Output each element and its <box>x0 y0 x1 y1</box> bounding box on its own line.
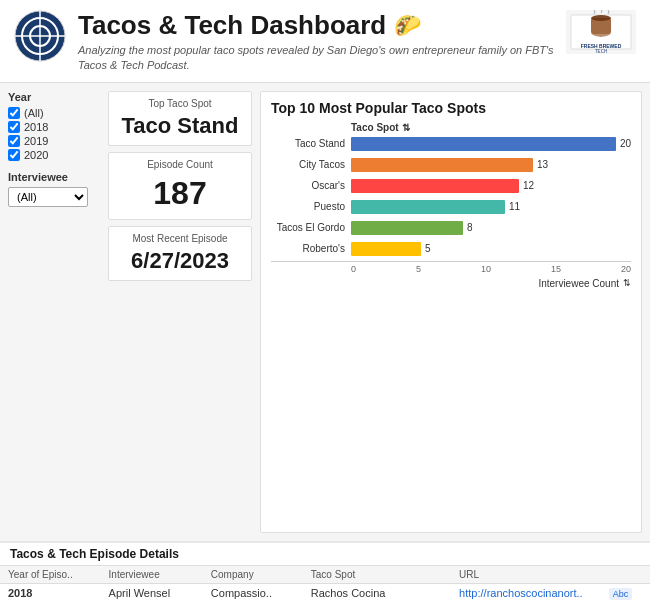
col-abc <box>601 566 650 584</box>
bar-label: Puesto <box>271 201 351 212</box>
svg-point-8 <box>591 15 611 21</box>
bar-fill[interactable] <box>351 137 616 151</box>
x-axis-5: 5 <box>416 264 421 274</box>
interviewee-select[interactable]: (All) <box>8 187 88 207</box>
header-subtitle: Analyzing the most popular taco spots re… <box>78 43 554 74</box>
bar-track: 5 <box>351 242 631 256</box>
cell-year: 2018 <box>0 583 101 600</box>
title-text: Tacos & Tech Dashboard <box>78 10 386 41</box>
episode-count-label: Episode Count <box>119 159 241 170</box>
bar-track: 12 <box>351 179 631 193</box>
cell-company: Compassio.. <box>203 583 303 600</box>
brand-logo-area: FRESH BREWED TECH <box>566 10 636 54</box>
abc-badge: Abc <box>609 588 633 600</box>
col-url: URL <box>451 566 601 584</box>
sidebar-filters: Year (All) 2018 2019 2020 Interviewee (A… <box>0 83 100 541</box>
top-spot-value: Taco Stand <box>119 113 241 139</box>
col-year: Year of Episo.. <box>0 566 101 584</box>
bar-track: 20 <box>351 137 631 151</box>
col-company: Company <box>203 566 303 584</box>
cell-taco-spot: Rachos Cocina <box>303 583 451 600</box>
bar-row: Puesto11 <box>271 198 631 216</box>
x-axis-sort-icon[interactable]: ⇅ <box>623 278 631 288</box>
header-title: Tacos & Tech Dashboard 🌮 <box>78 10 554 41</box>
stat-cards: Top Taco Spot Taco Stand Episode Count 1… <box>100 83 260 541</box>
year-all-label: (All) <box>24 107 44 119</box>
chart-title: Top 10 Most Popular Taco Spots <box>271 100 631 116</box>
cell-abc: Abc <box>601 583 650 600</box>
bar-count: 13 <box>537 159 548 170</box>
top-taco-spot-card: Top Taco Spot Taco Stand <box>108 91 252 146</box>
chart-footer: Interviewee Count ⇅ <box>271 278 631 289</box>
bar-fill[interactable] <box>351 179 519 193</box>
bar-row: Roberto's5 <box>271 240 631 258</box>
col-taco-spot: Taco Spot <box>303 566 451 584</box>
recent-episode-card: Most Recent Episode 6/27/2023 <box>108 226 252 281</box>
app-logo <box>14 10 66 62</box>
taco-emoji: 🌮 <box>394 13 421 39</box>
episode-count-card: Episode Count 187 <box>108 152 252 219</box>
year-filter-2020[interactable]: 2020 <box>8 149 92 161</box>
episode-table: Year of Episo.. Interviewee Company Taco… <box>0 566 650 600</box>
svg-text:TECH: TECH <box>595 49 607 54</box>
table-section: Tacos & Tech Episode Details Year of Epi… <box>0 541 650 600</box>
bar-count: 8 <box>467 222 473 233</box>
x-axis-line <box>271 261 631 262</box>
sort-icon[interactable]: ⇅ <box>402 122 410 133</box>
table-section-title: Tacos & Tech Episode Details <box>0 543 650 566</box>
bar-chart-area: Top 10 Most Popular Taco Spots Taco Spot… <box>260 91 642 533</box>
year-2020-label: 2020 <box>24 149 48 161</box>
header-text: Tacos & Tech Dashboard 🌮 Analyzing the m… <box>78 10 554 74</box>
cell-interviewee: April Wensel <box>101 583 203 600</box>
bar-row: Oscar's12 <box>271 177 631 195</box>
recent-episode-value: 6/27/2023 <box>119 248 241 274</box>
x-axis-title: Interviewee Count <box>538 278 619 289</box>
year-filter-label: Year <box>8 91 92 103</box>
year-2019-label: 2019 <box>24 135 48 147</box>
episode-count-value: 187 <box>119 174 241 212</box>
bar-row: City Tacos13 <box>271 156 631 174</box>
fresh-brewed-tech-logo: FRESH BREWED TECH <box>566 10 636 54</box>
cell-url[interactable]: http://ranchoscocinanort.. <box>451 583 601 600</box>
year-all-checkbox[interactable] <box>8 107 20 119</box>
bar-label: Tacos El Gordo <box>271 222 351 233</box>
bar-count: 5 <box>425 243 431 254</box>
bar-row: Tacos El Gordo8 <box>271 219 631 237</box>
bar-track: 13 <box>351 158 631 172</box>
bar-fill[interactable] <box>351 200 505 214</box>
x-axis-10: 10 <box>481 264 491 274</box>
bar-fill[interactable] <box>351 221 463 235</box>
bar-count: 20 <box>620 138 631 149</box>
year-2020-checkbox[interactable] <box>8 149 20 161</box>
bar-track: 11 <box>351 200 631 214</box>
chart-col-header: Taco Spot ⇅ <box>271 122 631 133</box>
bar-track: 8 <box>351 221 631 235</box>
bar-label: Taco Stand <box>271 138 351 149</box>
x-axis-15: 15 <box>551 264 561 274</box>
table-header: Year of Episo.. Interviewee Company Taco… <box>0 566 650 584</box>
bar-fill[interactable] <box>351 242 421 256</box>
x-axis: 0 5 10 15 20 <box>271 264 631 274</box>
bar-row: Taco Stand20 <box>271 135 631 153</box>
bar-label: Roberto's <box>271 243 351 254</box>
bar-count: 12 <box>523 180 534 191</box>
year-2018-checkbox[interactable] <box>8 121 20 133</box>
col-interviewee: Interviewee <box>101 566 203 584</box>
bar-label: City Tacos <box>271 159 351 170</box>
year-filter-2018[interactable]: 2018 <box>8 121 92 133</box>
x-axis-0: 0 <box>351 264 356 274</box>
interviewee-filter-label: Interviewee <box>8 171 92 183</box>
bar-fill[interactable] <box>351 158 533 172</box>
bar-label: Oscar's <box>271 180 351 191</box>
recent-episode-label: Most Recent Episode <box>119 233 241 244</box>
table-row[interactable]: 2018April WenselCompassio..Rachos Cocina… <box>0 583 650 600</box>
year-filter-all[interactable]: (All) <box>8 107 92 119</box>
header: Tacos & Tech Dashboard 🌮 Analyzing the m… <box>0 0 650 83</box>
bar-chart: Taco Stand20City Tacos13Oscar's12Puesto1… <box>271 135 631 258</box>
taco-spot-column-label: Taco Spot <box>351 122 399 133</box>
year-2018-label: 2018 <box>24 121 48 133</box>
x-axis-20: 20 <box>621 264 631 274</box>
year-filter-2019[interactable]: 2019 <box>8 135 92 147</box>
main-content: Year (All) 2018 2019 2020 Interviewee (A… <box>0 83 650 541</box>
year-2019-checkbox[interactable] <box>8 135 20 147</box>
